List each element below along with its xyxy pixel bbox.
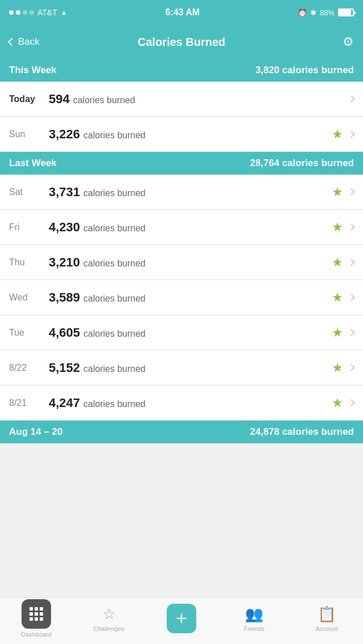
aug-week-total: 24,878 calories burned bbox=[250, 426, 354, 438]
tab-add[interactable]: + bbox=[145, 604, 218, 638]
tab-dashboard[interactable]: Dashboard bbox=[0, 599, 73, 642]
status-left: AT&T ▲ bbox=[9, 8, 67, 17]
back-button[interactable]: Back bbox=[9, 36, 40, 48]
day-label-821: 8/21 bbox=[9, 398, 49, 408]
chevron-left-icon bbox=[8, 38, 16, 46]
day-row-822[interactable]: 8/22 5,152calories burned ★ bbox=[0, 350, 363, 385]
day-row-tue[interactable]: Tue 4,605calories burned ★ bbox=[0, 315, 363, 350]
day-calories-wed: 3,589calories burned bbox=[49, 290, 332, 305]
this-week-label: This Week bbox=[9, 65, 57, 76]
star-icon-fri: ★ bbox=[332, 220, 343, 235]
day-label-sun: Sun bbox=[9, 129, 49, 139]
day-row-fri[interactable]: Fri 4,230calories burned ★ bbox=[0, 210, 363, 245]
row-chevron-821 bbox=[348, 399, 355, 406]
tab-challenges[interactable]: ☆ Challenges bbox=[73, 605, 145, 637]
last-week-total: 28,764 calories burned bbox=[250, 158, 354, 169]
g4 bbox=[29, 612, 33, 616]
day-row-821[interactable]: 8/21 4,247calories burned ★ bbox=[0, 385, 363, 421]
row-chevron-sun bbox=[348, 130, 355, 138]
account-icon: 📋 bbox=[318, 605, 336, 623]
day-label-wed: Wed bbox=[9, 293, 49, 303]
status-bar: AT&T ▲ 6:43 AM ⏰ ✱ 88% bbox=[0, 0, 363, 25]
star-icon-wed: ★ bbox=[332, 290, 343, 305]
day-calories-today: 594calories burned bbox=[49, 92, 349, 107]
tab-friends[interactable]: 👥 Friends bbox=[218, 605, 290, 637]
tab-dashboard-label: Dashboard bbox=[21, 631, 52, 638]
bluetooth-icon: ✱ bbox=[310, 9, 316, 17]
settings-gear-icon[interactable]: ⚙ bbox=[343, 35, 354, 49]
g6 bbox=[40, 612, 43, 616]
back-label: Back bbox=[18, 36, 40, 48]
aug-week-label: Aug 14 – 20 bbox=[9, 426, 63, 438]
day-label-thu: Thu bbox=[9, 257, 49, 268]
star-icon-821: ★ bbox=[332, 396, 343, 410]
star-icon-sun: ★ bbox=[332, 127, 343, 142]
calories-num-thu: 3,210 bbox=[49, 255, 80, 269]
dot-4 bbox=[29, 10, 34, 15]
dot-3 bbox=[23, 10, 27, 15]
row-chevron-tue bbox=[348, 329, 355, 336]
status-time: 6:43 AM bbox=[165, 7, 200, 18]
star-icon-sat: ★ bbox=[332, 185, 343, 200]
g5 bbox=[35, 612, 38, 616]
calories-num-wed: 3,589 bbox=[49, 290, 80, 304]
tab-bar: Dashboard ☆ Challenges + 👥 Friends 📋 Acc… bbox=[0, 597, 363, 644]
calories-num-821: 4,247 bbox=[49, 396, 80, 410]
day-row-today[interactable]: Today 594calories burned bbox=[0, 82, 363, 117]
battery-pct: 88% bbox=[320, 9, 335, 17]
main-content: This Week 3,820 calories burned Today 59… bbox=[0, 59, 363, 597]
calories-num-tue: 4,605 bbox=[49, 325, 80, 340]
day-calories-fri: 4,230calories burned bbox=[49, 220, 332, 235]
day-calories-sun: 3,226calories burned bbox=[49, 127, 332, 142]
day-calories-tue: 4,605calories burned bbox=[49, 325, 332, 340]
day-label-fri: Fri bbox=[9, 222, 49, 232]
dot-2 bbox=[16, 10, 20, 15]
row-chevron-wed bbox=[348, 294, 355, 301]
dot-1 bbox=[9, 10, 14, 15]
row-chevron-sat bbox=[348, 188, 355, 196]
day-calories-821: 4,247calories burned bbox=[49, 396, 332, 410]
tab-account[interactable]: 📋 Account bbox=[290, 605, 363, 637]
wifi-icon: ▲ bbox=[61, 9, 67, 16]
day-row-thu[interactable]: Thu 3,210calories burned ★ bbox=[0, 245, 363, 280]
day-label-today: Today bbox=[9, 94, 49, 104]
day-row-sat[interactable]: Sat 3,731calories burned ★ bbox=[0, 175, 363, 210]
g7 bbox=[29, 617, 33, 621]
calories-num-sun: 3,226 bbox=[49, 127, 80, 141]
tab-account-label: Account bbox=[315, 625, 338, 632]
page-title: Calories Burned bbox=[138, 36, 225, 49]
day-label-822: 8/22 bbox=[9, 363, 49, 373]
calories-num-sat: 3,731 bbox=[49, 185, 80, 199]
day-row-sun[interactable]: Sun 3,226calories burned ★ bbox=[0, 117, 363, 152]
carrier-label: AT&T bbox=[37, 8, 57, 17]
star-icon-thu: ★ bbox=[332, 255, 343, 270]
alarm-icon: ⏰ bbox=[298, 9, 307, 17]
last-week-label: Last Week bbox=[9, 158, 57, 169]
plus-symbol: + bbox=[176, 608, 187, 628]
row-chevron-fri bbox=[348, 223, 355, 231]
signal-dots bbox=[9, 10, 34, 15]
tab-challenges-label: Challenges bbox=[93, 625, 124, 632]
g3 bbox=[40, 607, 43, 611]
calories-num-fri: 4,230 bbox=[49, 220, 80, 234]
last-week-header: Last Week 28,764 calories burned bbox=[0, 152, 363, 175]
star-icon-tue: ★ bbox=[332, 325, 343, 340]
star-icon-822: ★ bbox=[332, 361, 343, 375]
day-label-sat: Sat bbox=[9, 187, 49, 197]
day-calories-822: 5,152calories burned bbox=[49, 361, 332, 375]
day-calories-thu: 3,210calories burned bbox=[49, 255, 332, 270]
calories-num-today: 594 bbox=[49, 92, 70, 106]
nav-bar: Back Calories Burned ⚙ bbox=[0, 25, 363, 59]
day-calories-sat: 3,731calories burned bbox=[49, 185, 332, 200]
battery-fill bbox=[339, 10, 351, 15]
g1 bbox=[29, 607, 33, 611]
tab-friends-label: Friends bbox=[244, 625, 265, 632]
dashboard-grid-icon bbox=[29, 607, 43, 621]
add-icon: + bbox=[167, 604, 196, 633]
row-chevron-today bbox=[348, 95, 355, 103]
status-right: ⏰ ✱ 88% bbox=[298, 9, 354, 17]
g2 bbox=[35, 607, 38, 611]
aug-week-header: Aug 14 – 20 24,878 calories burned bbox=[0, 421, 363, 443]
day-row-wed[interactable]: Wed 3,589calories burned ★ bbox=[0, 280, 363, 315]
row-chevron-thu bbox=[348, 259, 355, 266]
